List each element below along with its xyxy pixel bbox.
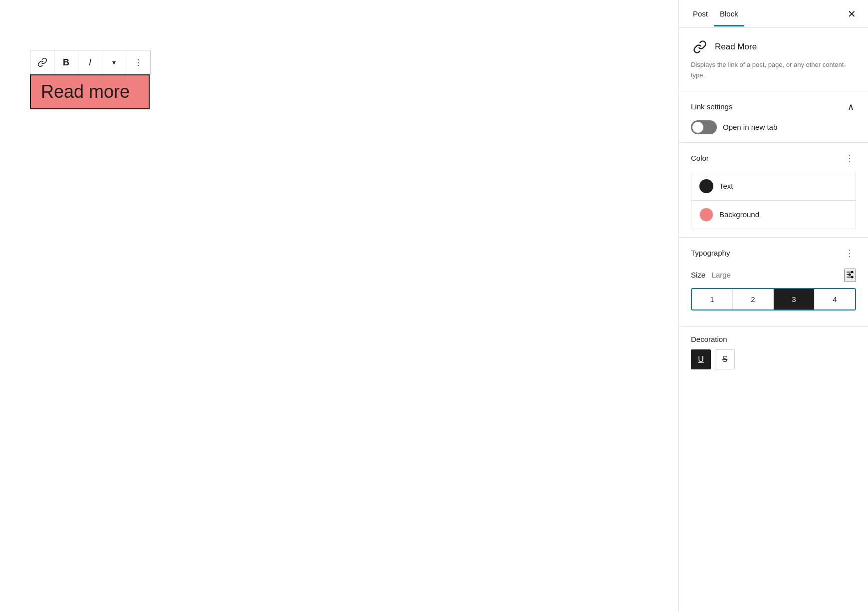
decoration-title: Decoration — [691, 335, 856, 343]
size-btn-1[interactable]: 1 — [692, 289, 733, 309]
color-panel-title: Color — [691, 154, 709, 162]
svg-point-3 — [852, 271, 853, 273]
background-color-option[interactable]: Background — [691, 201, 856, 229]
svg-point-5 — [852, 276, 853, 278]
sidebar: Post Block ✕ Read More Displays the link… — [678, 0, 868, 612]
typography-header: Typography ⋮ — [691, 246, 856, 261]
size-label-group: Size Large — [691, 271, 731, 280]
canvas-area: B I ▾ ⋮ Read more — [0, 0, 678, 612]
open-new-tab-toggle[interactable] — [691, 120, 717, 134]
link-icon — [37, 57, 47, 67]
open-new-tab-row: Open in new tab — [691, 120, 856, 134]
decoration-section: Decoration U S — [679, 327, 868, 377]
size-btn-4[interactable]: 4 — [815, 289, 855, 309]
color-panel-menu-button[interactable]: ⋮ — [843, 151, 856, 166]
read-more-icon — [691, 38, 709, 56]
size-buttons-group: 1 2 3 4 — [691, 288, 856, 310]
tab-block[interactable]: Block — [714, 1, 744, 26]
text-color-swatch — [699, 179, 713, 193]
text-color-option[interactable]: Text — [691, 172, 856, 201]
decoration-buttons: U S — [691, 349, 856, 369]
underline-button[interactable]: U — [691, 349, 711, 369]
close-sidebar-button[interactable]: ✕ — [844, 5, 860, 23]
color-panel: Color ⋮ Text Background — [679, 143, 868, 238]
block-toolbar: B I ▾ ⋮ — [30, 50, 151, 75]
background-color-swatch — [699, 208, 713, 222]
tab-post[interactable]: Post — [687, 1, 714, 26]
background-color-label: Background — [719, 210, 759, 219]
link-settings-panel: Link settings ∧ Open in new tab — [679, 91, 868, 143]
text-color-label: Text — [719, 182, 733, 190]
link-settings-title: Link settings — [691, 102, 732, 111]
open-new-tab-label: Open in new tab — [723, 123, 777, 131]
format-dropdown-button[interactable]: ▾ — [102, 50, 126, 74]
size-btn-3[interactable]: 3 — [774, 289, 815, 309]
italic-button[interactable]: I — [78, 50, 102, 74]
color-panel-header: Color ⋮ — [691, 151, 856, 166]
toggle-knob — [692, 122, 703, 133]
bold-button[interactable]: B — [54, 50, 78, 74]
block-info-description: Displays the link of a post, page, or an… — [691, 60, 856, 81]
typography-panel: Typography ⋮ Size Large — [679, 238, 868, 327]
typography-menu-button[interactable]: ⋮ — [843, 246, 856, 261]
svg-point-4 — [849, 274, 851, 275]
sidebar-tabs: Post Block ✕ — [679, 0, 868, 28]
size-current-value: Large — [712, 271, 731, 279]
block-info-section: Read More Displays the link of a post, p… — [679, 28, 868, 91]
block-info-header: Read More — [691, 38, 856, 56]
link-toolbar-button[interactable] — [30, 50, 54, 74]
size-label: Size — [691, 271, 705, 279]
block-wrapper: B I ▾ ⋮ Read more — [30, 50, 151, 109]
more-options-button[interactable]: ⋮ — [126, 50, 150, 74]
size-btn-2[interactable]: 2 — [733, 289, 774, 309]
link-settings-collapse-button[interactable]: ∧ — [846, 99, 856, 114]
block-info-title: Read More — [715, 42, 757, 52]
size-controls-button[interactable] — [844, 269, 856, 282]
read-more-block[interactable]: Read more — [30, 74, 150, 109]
size-row: Size Large — [691, 269, 856, 282]
link-settings-header: Link settings ∧ — [691, 99, 856, 114]
color-options: Text Background — [691, 172, 856, 229]
strikethrough-button[interactable]: S — [715, 349, 735, 369]
typography-title: Typography — [691, 249, 730, 257]
